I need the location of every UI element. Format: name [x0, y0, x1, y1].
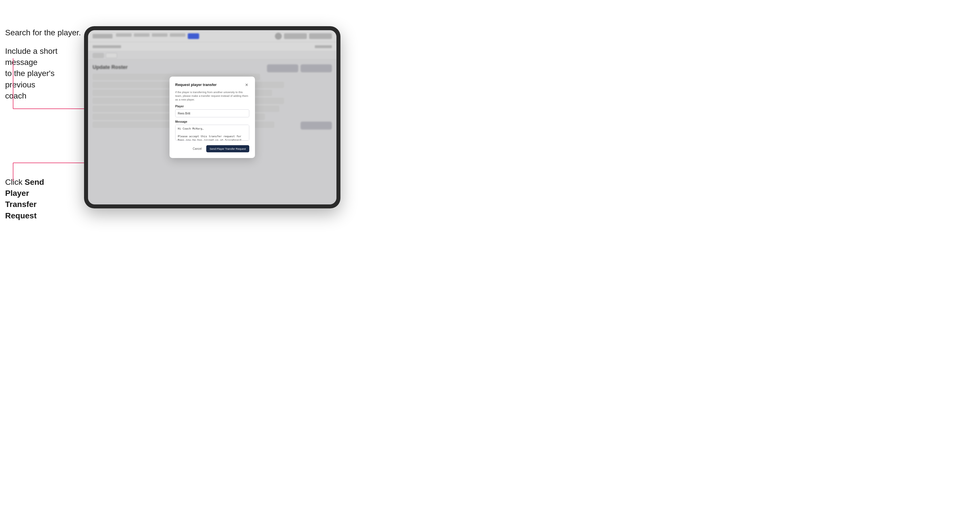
annotation-search: Search for the player. [5, 27, 81, 38]
modal-header: Request player transfer ✕ [175, 82, 249, 87]
message-textarea[interactable]: Hi Coach McHarg, Please accept this tran… [175, 125, 249, 141]
modal-footer: Cancel Send Player Transfer Request [175, 145, 249, 152]
modal-description: If the player is transferring from anoth… [175, 90, 249, 102]
modal-close-button[interactable]: ✕ [244, 82, 249, 87]
modal-title: Request player transfer [175, 83, 216, 87]
transfer-request-modal: Request player transfer ✕ If the player … [170, 76, 255, 158]
cancel-button[interactable]: Cancel [191, 146, 204, 152]
send-transfer-request-button[interactable]: Send Player Transfer Request [206, 145, 249, 152]
annotation-message: Include a short message to the player's … [5, 46, 79, 102]
modal-overlay: Request player transfer ✕ If the player … [88, 30, 336, 205]
tablet-device: Update Roster Request player transfer [84, 26, 340, 208]
message-label: Message [175, 120, 249, 123]
player-label: Player [175, 105, 249, 108]
annotation-click: Click Send Player Transfer Request [5, 176, 62, 221]
player-input[interactable] [175, 110, 249, 117]
tablet-screen: Update Roster Request player transfer [88, 30, 336, 205]
